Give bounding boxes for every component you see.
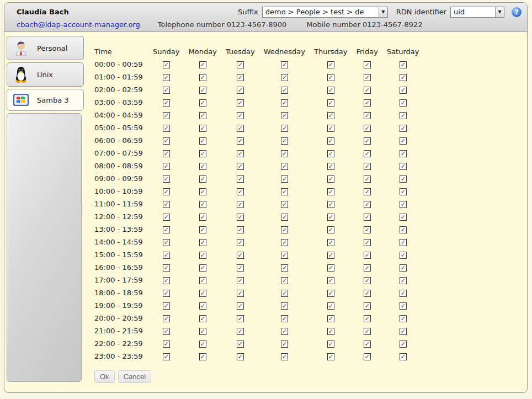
- hour-checkbox-friday[interactable]: [364, 99, 371, 107]
- hour-checkbox-friday[interactable]: [364, 252, 371, 259]
- hour-checkbox-tuesday[interactable]: [237, 175, 244, 183]
- hour-checkbox-monday[interactable]: [199, 112, 206, 119]
- hour-checkbox-thursday[interactable]: [327, 201, 334, 208]
- hour-checkbox-thursday[interactable]: [327, 61, 334, 68]
- hour-checkbox-saturday[interactable]: [400, 163, 407, 170]
- help-icon[interactable]: ?: [512, 7, 522, 17]
- hour-checkbox-wednesday[interactable]: [281, 214, 288, 221]
- hour-checkbox-thursday[interactable]: [327, 353, 334, 360]
- hour-checkbox-monday[interactable]: [199, 264, 206, 272]
- hour-checkbox-saturday[interactable]: [400, 226, 407, 233]
- hour-checkbox-thursday[interactable]: [327, 252, 334, 259]
- hour-checkbox-tuesday[interactable]: [237, 252, 244, 259]
- hour-checkbox-thursday[interactable]: [327, 341, 334, 348]
- hour-checkbox-wednesday[interactable]: [281, 201, 288, 208]
- hour-checkbox-friday[interactable]: [364, 201, 371, 208]
- hour-checkbox-friday[interactable]: [364, 137, 371, 145]
- hour-checkbox-tuesday[interactable]: [237, 353, 244, 360]
- hour-checkbox-friday[interactable]: [364, 74, 371, 81]
- chevron-down-icon[interactable]: ▼: [495, 7, 504, 17]
- hour-checkbox-wednesday[interactable]: [281, 315, 288, 322]
- hour-checkbox-saturday[interactable]: [400, 150, 407, 157]
- hour-checkbox-monday[interactable]: [199, 214, 206, 221]
- hour-checkbox-monday[interactable]: [199, 175, 206, 183]
- hour-checkbox-wednesday[interactable]: [281, 61, 288, 68]
- hour-checkbox-saturday[interactable]: [400, 239, 407, 246]
- hour-checkbox-friday[interactable]: [364, 214, 371, 221]
- hour-checkbox-friday[interactable]: [364, 341, 371, 348]
- hour-checkbox-friday[interactable]: [364, 175, 371, 183]
- hour-checkbox-friday[interactable]: [364, 163, 371, 170]
- hour-checkbox-monday[interactable]: [199, 353, 206, 360]
- hour-checkbox-tuesday[interactable]: [237, 214, 244, 221]
- hour-checkbox-tuesday[interactable]: [237, 125, 244, 132]
- hour-checkbox-wednesday[interactable]: [281, 87, 288, 94]
- hour-checkbox-monday[interactable]: [199, 137, 206, 145]
- hour-checkbox-friday[interactable]: [364, 264, 371, 272]
- hour-checkbox-thursday[interactable]: [327, 74, 334, 81]
- hour-checkbox-wednesday[interactable]: [281, 226, 288, 233]
- hour-checkbox-wednesday[interactable]: [281, 188, 288, 195]
- hour-checkbox-thursday[interactable]: [327, 315, 334, 322]
- hour-checkbox-saturday[interactable]: [400, 353, 407, 360]
- hour-checkbox-wednesday[interactable]: [281, 239, 288, 246]
- tab-samba3[interactable]: Samba 3: [7, 89, 84, 111]
- hour-checkbox-friday[interactable]: [364, 226, 371, 233]
- hour-checkbox-saturday[interactable]: [400, 175, 407, 183]
- hour-checkbox-sunday[interactable]: [163, 150, 170, 157]
- hour-checkbox-friday[interactable]: [364, 302, 371, 310]
- hour-checkbox-saturday[interactable]: [400, 112, 407, 119]
- hour-checkbox-thursday[interactable]: [327, 163, 334, 170]
- user-email-link[interactable]: cbach@ldap-account-manager.org: [17, 20, 140, 29]
- hour-checkbox-tuesday[interactable]: [237, 201, 244, 208]
- hour-checkbox-tuesday[interactable]: [237, 87, 244, 94]
- hour-checkbox-friday[interactable]: [364, 188, 371, 195]
- hour-checkbox-saturday[interactable]: [400, 214, 407, 221]
- hour-checkbox-thursday[interactable]: [327, 277, 334, 284]
- hour-checkbox-wednesday[interactable]: [281, 277, 288, 284]
- hour-checkbox-wednesday[interactable]: [281, 353, 288, 360]
- hour-checkbox-wednesday[interactable]: [281, 341, 288, 348]
- hour-checkbox-saturday[interactable]: [400, 290, 407, 297]
- hour-checkbox-sunday[interactable]: [163, 74, 170, 81]
- hour-checkbox-tuesday[interactable]: [237, 328, 244, 335]
- hour-checkbox-tuesday[interactable]: [237, 74, 244, 81]
- hour-checkbox-sunday[interactable]: [163, 252, 170, 259]
- hour-checkbox-tuesday[interactable]: [237, 112, 244, 119]
- hour-checkbox-thursday[interactable]: [327, 226, 334, 233]
- hour-checkbox-monday[interactable]: [199, 74, 206, 81]
- hour-checkbox-wednesday[interactable]: [281, 112, 288, 119]
- tab-unix[interactable]: Unix: [7, 62, 84, 87]
- hour-checkbox-thursday[interactable]: [327, 264, 334, 272]
- rdn-identifier-select[interactable]: uid ▼: [450, 7, 504, 18]
- hour-checkbox-saturday[interactable]: [400, 315, 407, 322]
- ok-button[interactable]: Ok: [94, 370, 115, 383]
- hour-checkbox-thursday[interactable]: [327, 188, 334, 195]
- hour-checkbox-saturday[interactable]: [400, 61, 407, 68]
- hour-checkbox-saturday[interactable]: [400, 74, 407, 81]
- hour-checkbox-saturday[interactable]: [400, 264, 407, 272]
- hour-checkbox-monday[interactable]: [199, 290, 206, 297]
- hour-checkbox-wednesday[interactable]: [281, 302, 288, 310]
- hour-checkbox-sunday[interactable]: [163, 163, 170, 170]
- hour-checkbox-wednesday[interactable]: [281, 163, 288, 170]
- hour-checkbox-wednesday[interactable]: [281, 175, 288, 183]
- hour-checkbox-sunday[interactable]: [163, 328, 170, 335]
- hour-checkbox-monday[interactable]: [199, 125, 206, 132]
- hour-checkbox-sunday[interactable]: [163, 353, 170, 360]
- hour-checkbox-wednesday[interactable]: [281, 99, 288, 107]
- hour-checkbox-friday[interactable]: [364, 150, 371, 157]
- hour-checkbox-sunday[interactable]: [163, 125, 170, 132]
- hour-checkbox-wednesday[interactable]: [281, 264, 288, 272]
- hour-checkbox-monday[interactable]: [199, 201, 206, 208]
- hour-checkbox-sunday[interactable]: [163, 214, 170, 221]
- hour-checkbox-thursday[interactable]: [327, 290, 334, 297]
- hour-checkbox-wednesday[interactable]: [281, 328, 288, 335]
- hour-checkbox-tuesday[interactable]: [237, 150, 244, 157]
- cancel-button[interactable]: Cancel: [118, 370, 151, 383]
- hour-checkbox-saturday[interactable]: [400, 277, 407, 284]
- hour-checkbox-wednesday[interactable]: [281, 125, 288, 132]
- chevron-down-icon[interactable]: ▼: [379, 7, 387, 17]
- hour-checkbox-sunday[interactable]: [163, 341, 170, 348]
- hour-checkbox-sunday[interactable]: [163, 226, 170, 233]
